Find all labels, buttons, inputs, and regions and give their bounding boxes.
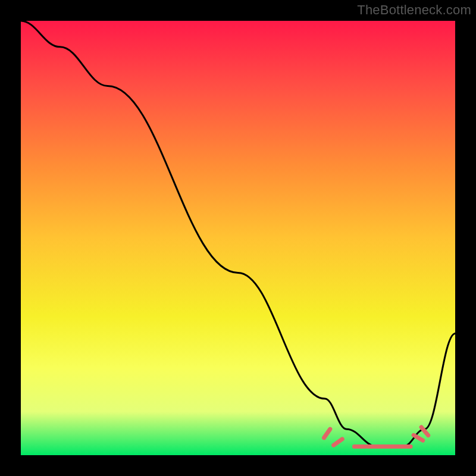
plot-area [21, 21, 455, 455]
optimal-dash [414, 435, 423, 440]
plot-svg [21, 21, 455, 455]
optimal-dash [334, 439, 343, 445]
watermark-text: TheBottleneck.com [357, 2, 471, 18]
chart-frame: TheBottleneck.com [0, 0, 476, 476]
curve-layer [21, 21, 455, 446]
optimal-dash [324, 429, 330, 438]
optimal-dash-layer [324, 427, 428, 446]
bottleneck-curve [21, 21, 455, 446]
